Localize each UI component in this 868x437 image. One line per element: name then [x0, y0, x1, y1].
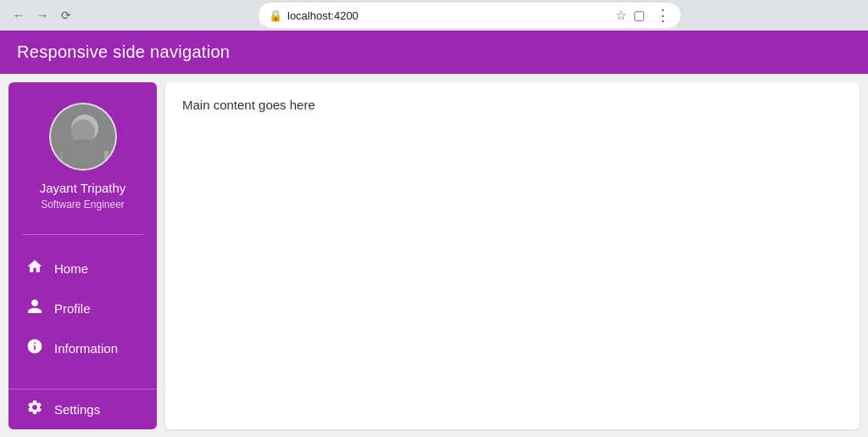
info-icon — [25, 338, 44, 359]
lock-icon: 🔒 — [269, 9, 282, 22]
address-bar[interactable]: 🔒 localhost:4200 ☆ ▢ ⋮ — [258, 2, 682, 29]
home-icon — [25, 258, 44, 279]
settings-icon — [25, 399, 44, 420]
forward-button[interactable]: → — [34, 7, 51, 24]
back-button[interactable]: ← — [10, 7, 27, 24]
svg-rect-3 — [61, 151, 108, 171]
app-header: Responsive side navigation — [0, 31, 868, 74]
sidebar-item-settings[interactable]: Settings — [8, 389, 157, 429]
menu-icon[interactable]: ⋮ — [655, 6, 670, 25]
person-icon — [25, 298, 44, 319]
sidebar-item-settings-label: Settings — [54, 402, 100, 417]
svg-point-2 — [61, 149, 108, 171]
url-text: localhost:4200 — [287, 9, 359, 22]
user-role: Software Engineer — [41, 199, 125, 210]
user-name: Jayant Tripathy — [40, 181, 126, 195]
sidebar-item-home[interactable]: Home — [8, 249, 157, 289]
address-bar-icons: ☆ ▢ ⋮ — [615, 6, 670, 25]
sidebar-item-information-label: Information — [54, 341, 118, 356]
avatar-image — [51, 104, 115, 169]
app-title: Responsive side navigation — [17, 42, 230, 61]
profile-divider — [22, 234, 143, 235]
sidebar-profile: Jayant Tripathy Software Engineer — [8, 82, 157, 224]
star-icon[interactable]: ☆ — [615, 8, 626, 23]
main-content: Main content goes here — [165, 82, 860, 429]
sidebar-item-profile[interactable]: Profile — [8, 289, 157, 328]
sidebar-item-information[interactable]: Information — [8, 328, 157, 368]
sidebar-item-profile-label: Profile — [54, 301, 91, 316]
extensions-icon[interactable]: ▢ — [633, 8, 645, 23]
app-container: Jayant Tripathy Software Engineer Home P… — [0, 74, 868, 437]
nav-items: Home Profile Information — [8, 245, 157, 389]
sidebar-item-home-label: Home — [54, 261, 88, 276]
sidebar: Jayant Tripathy Software Engineer Home P… — [8, 82, 157, 429]
svg-point-1 — [71, 115, 98, 142]
main-content-text: Main content goes here — [182, 98, 843, 112]
reload-button[interactable]: ⟳ — [58, 7, 75, 24]
sidebar-bottom: Settings — [8, 389, 157, 429]
avatar — [49, 103, 117, 171]
browser-chrome: ← → ⟳ 🔒 localhost:4200 ☆ ▢ ⋮ — [0, 0, 868, 31]
